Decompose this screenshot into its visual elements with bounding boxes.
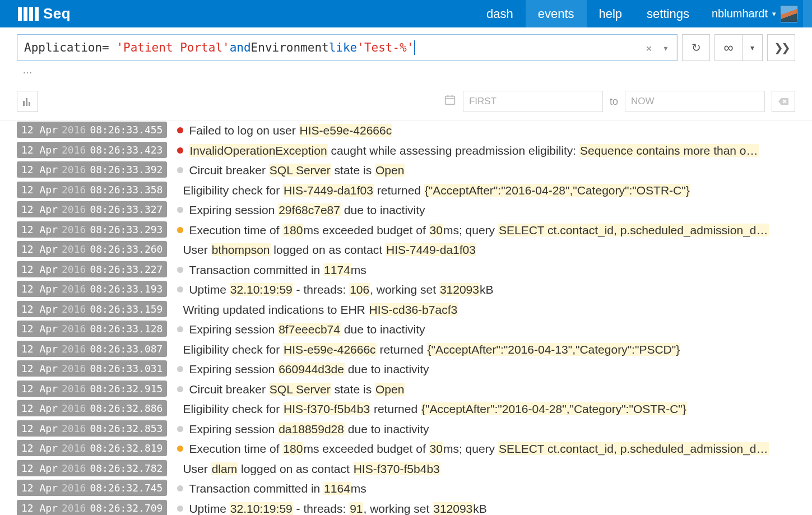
event-row[interactable]: 12 Apr201608:26:33.128Expiring session 8…: [0, 319, 812, 340]
event-message: Uptime 32.10:19:59 - threads: 106, worki…: [177, 281, 493, 299]
events-list: 12 Apr201608:26:33.455Failed to log on u…: [0, 120, 812, 515]
query-input[interactable]: Application = 'Patient Portal' and Envir…: [17, 34, 678, 61]
nav-username: nblumhardt: [712, 7, 768, 20]
svg-rect-2: [29, 102, 30, 106]
timestamp: 12 Apr201608:26:33.293: [17, 221, 167, 238]
svg-rect-1: [26, 98, 27, 106]
level-info-icon: [177, 207, 183, 213]
event-row[interactable]: 12 Apr201608:26:33.087Eligibility check …: [0, 340, 812, 360]
event-message: Transaction committed in 1164ms: [177, 480, 366, 498]
query-inline-actions: ✕ ▾: [642, 42, 672, 54]
event-row[interactable]: 12 Apr201608:26:33.193Uptime 32.10:19:59…: [0, 280, 812, 300]
range-to-input[interactable]: NOW: [625, 91, 765, 112]
chevrons-right-icon: ❯❯: [774, 41, 788, 54]
autorefresh-dropdown[interactable]: ▾: [743, 34, 763, 61]
logo-bars-icon: [18, 7, 39, 21]
timestamp: 12 Apr201608:26:33.128: [17, 321, 167, 337]
range-to-label: to: [610, 96, 618, 108]
refresh-group: ↻: [682, 34, 710, 61]
level-info-icon: [177, 505, 183, 512]
event-message: Circuit breaker SQL Server state is Open: [177, 161, 405, 179]
event-row[interactable]: 12 Apr201608:26:33.392Circuit breaker SQ…: [0, 160, 812, 180]
level-warn-icon: [177, 446, 183, 452]
level-info-icon: [177, 366, 183, 372]
caret-down-icon: ▾: [750, 43, 754, 52]
event-message: User dlam logged on as contact HIS-f370-…: [177, 460, 440, 478]
histogram-toggle[interactable]: [17, 91, 38, 112]
event-message: Expiring session da18859d28 due to inact…: [177, 420, 429, 438]
filter-bar: FIRST to NOW: [0, 86, 812, 120]
nav-help[interactable]: help: [587, 0, 635, 27]
event-message: Eligibility check for HIS-e59e-42666c re…: [177, 341, 680, 359]
event-row[interactable]: 12 Apr201608:26:32.709Uptime 32.10:19:59…: [0, 499, 812, 516]
infinity-icon: ∞: [723, 40, 733, 55]
query-dropdown-icon[interactable]: ▾: [659, 42, 672, 54]
event-message: User bthompson logged on as contact HIS-…: [177, 241, 476, 259]
avatar: [781, 6, 797, 22]
text-cursor: [414, 40, 415, 55]
clear-range-button[interactable]: [772, 91, 795, 112]
event-row[interactable]: 12 Apr201608:26:32.915Circuit breaker SQ…: [0, 379, 812, 400]
range-to-placeholder: NOW: [631, 96, 655, 107]
timestamp: 12 Apr201608:26:33.455: [17, 122, 167, 138]
event-row[interactable]: 12 Apr201608:26:32.782User dlam logged o…: [0, 459, 812, 479]
right-edge: [803, 0, 812, 27]
event-row[interactable]: 12 Apr201608:26:33.260User bthompson log…: [0, 240, 812, 260]
event-message: Expiring session 660944d3de due to inact…: [177, 360, 429, 378]
calendar-icon[interactable]: [444, 94, 456, 109]
timestamp: 12 Apr201608:26:33.392: [17, 161, 167, 178]
event-row[interactable]: 12 Apr201608:26:33.293Execution time of …: [0, 220, 812, 240]
level-info-icon: [177, 167, 183, 173]
event-row[interactable]: 12 Apr201608:26:32.819Execution time of …: [0, 439, 812, 459]
nav-dash[interactable]: dash: [474, 0, 526, 27]
refresh-icon: ↻: [692, 41, 701, 54]
signals-toggle-button[interactable]: ❯❯: [767, 34, 795, 61]
breadcrumb-ellipsis[interactable]: …: [0, 63, 812, 86]
event-row[interactable]: 12 Apr201608:26:33.031Expiring session 6…: [0, 359, 812, 379]
timestamp: 12 Apr201608:26:33.031: [17, 360, 167, 377]
timestamp: 12 Apr201608:26:32.853: [17, 420, 167, 437]
svg-rect-0: [23, 101, 25, 106]
query-toolbar: Application = 'Patient Portal' and Envir…: [0, 27, 812, 63]
autorefresh-button[interactable]: ∞: [714, 34, 743, 61]
svg-rect-3: [446, 96, 455, 105]
event-row[interactable]: 12 Apr201608:26:33.327Expiring session 2…: [0, 200, 812, 220]
timestamp: 12 Apr201608:26:33.260: [17, 241, 167, 257]
refresh-button[interactable]: ↻: [682, 34, 710, 61]
logo[interactable]: Seq: [0, 0, 81, 27]
event-message: Expiring session 8f7eeecb74 due to inact…: [177, 321, 425, 338]
top-bar: Seq dash events help settings nblumhardt…: [0, 0, 812, 27]
event-row[interactable]: 12 Apr201608:26:32.745Transaction commit…: [0, 479, 812, 499]
timestamp: 12 Apr201608:26:33.193: [17, 281, 167, 297]
event-message: Expiring session 29f68c7e87 due to inact…: [177, 201, 425, 219]
timestamp: 12 Apr201608:26:32.745: [17, 480, 167, 496]
clear-query-icon[interactable]: ✕: [642, 42, 656, 54]
timestamp: 12 Apr201608:26:33.327: [17, 201, 167, 217]
event-message: InvalidOperationException caught while a…: [177, 142, 758, 160]
nav-events[interactable]: events: [526, 0, 587, 27]
event-row[interactable]: 12 Apr201608:26:33.227Transaction commit…: [0, 260, 812, 280]
date-range: FIRST to NOW: [444, 91, 795, 112]
event-row[interactable]: 12 Apr201608:26:33.159Writing updated in…: [0, 300, 812, 320]
event-row[interactable]: 12 Apr201608:26:33.423InvalidOperationEx…: [0, 141, 812, 161]
nav-user-menu[interactable]: nblumhardt ▾: [702, 0, 803, 27]
range-from-input[interactable]: FIRST: [463, 91, 603, 112]
event-row[interactable]: 12 Apr201608:26:33.358Eligibility check …: [0, 180, 812, 201]
event-row[interactable]: 12 Apr201608:26:33.455Failed to log on u…: [0, 120, 812, 141]
level-error-icon: [177, 147, 183, 154]
event-message: Uptime 32.10:19:59 - threads: 91, workin…: [177, 500, 486, 516]
timestamp: 12 Apr201608:26:33.087: [17, 341, 167, 357]
level-info-icon: [177, 426, 183, 432]
timestamp: 12 Apr201608:26:32.782: [17, 460, 167, 476]
primary-nav: dash events help settings nblumhardt ▾: [474, 0, 812, 27]
bar-chart-icon: [22, 96, 33, 106]
event-message: Writing updated indications to EHR HIS-c…: [177, 301, 458, 319]
level-info-icon: [177, 267, 183, 273]
event-row[interactable]: 12 Apr201608:26:32.853Expiring session d…: [0, 419, 812, 439]
nav-settings[interactable]: settings: [634, 0, 702, 27]
timestamp: 12 Apr201608:26:33.227: [17, 261, 167, 277]
event-message: Execution time of 180ms exceeded budget …: [177, 221, 768, 239]
event-message: Execution time of 180ms exceeded budget …: [177, 440, 768, 458]
event-row[interactable]: 12 Apr201608:26:32.886Eligibility check …: [0, 399, 812, 419]
level-info-icon: [177, 286, 183, 293]
